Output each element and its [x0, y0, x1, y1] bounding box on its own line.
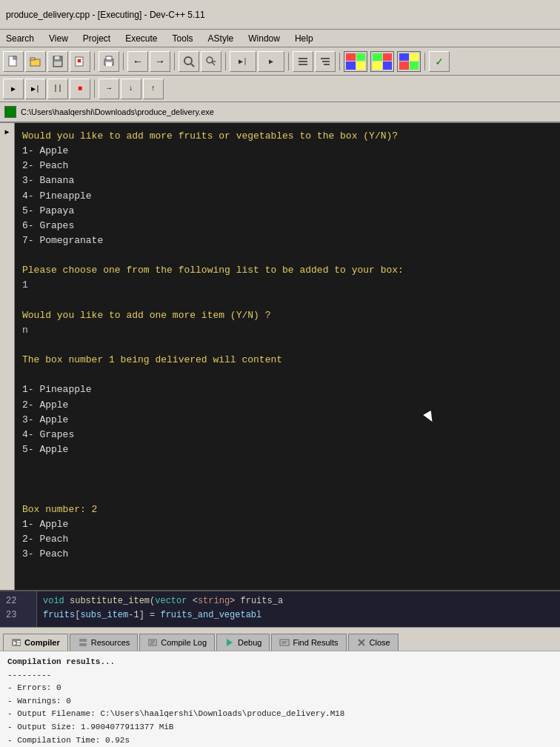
compile-log-tab-label: Compile Log: [161, 638, 207, 647]
tab-resources[interactable]: Resources: [70, 634, 139, 651]
save-btn[interactable]: [47, 51, 68, 72]
terminal-line-24: [22, 487, 553, 502]
menu-project[interactable]: Project: [80, 32, 113, 45]
menu-search[interactable]: Search: [3, 32, 37, 45]
string-keyword: string: [198, 596, 230, 606]
debug-out-btn[interactable]: ↑: [143, 79, 164, 99]
terminal[interactable]: Would you like to add more fruits or veg…: [15, 123, 560, 590]
compiler-out-0: Compilation results...: [7, 656, 553, 669]
run-btn[interactable]: ▶: [258, 51, 284, 72]
menu-view[interactable]: View: [46, 32, 71, 45]
toolbar2-sep-1: [94, 80, 95, 98]
find-btn[interactable]: [179, 51, 199, 72]
address-path: C:\Users\haalqershi\Downloads\produce_de…: [21, 107, 214, 116]
open-btn[interactable]: [25, 51, 46, 72]
terminal-wrapper: ▶ Would you like to add more fruits or v…: [0, 123, 560, 590]
menu-astyle[interactable]: AStyle: [205, 32, 237, 45]
compile-btn[interactable]: ▶|: [230, 51, 256, 72]
terminal-line-26: 1- Apple: [22, 517, 553, 532]
close-file-btn[interactable]: [70, 51, 90, 72]
tab-debug[interactable]: Debug: [216, 634, 270, 651]
toolbar-sep-1: [94, 53, 95, 70]
sidebar-arrow[interactable]: ▶: [4, 127, 9, 136]
terminal-line-27: 2- Peach: [22, 532, 553, 547]
void-keyword: void: [43, 596, 70, 606]
check-btn[interactable]: ✓: [429, 51, 450, 72]
sidebar-strip: ▶: [0, 123, 15, 590]
undo-btn[interactable]: ←: [127, 51, 148, 72]
terminal-line-23: [22, 472, 553, 487]
terminal-line-14: [22, 338, 553, 353]
tab-compiler[interactable]: Compiler: [3, 634, 68, 651]
toolbar-2: ▶ ▶| || ■ → ↓ ↑: [0, 76, 560, 102]
debug-stop-btn[interactable]: ■: [70, 79, 90, 99]
svg-rect-27: [17, 643, 20, 645]
compiler-out-4: - Output Filename: C:\Users\haalqershi\D…: [7, 708, 553, 721]
debug-run-btn[interactable]: ▶: [3, 79, 24, 99]
compiler-out-3: - Warnings: 0: [7, 695, 553, 708]
toolbar-sep-5: [288, 53, 289, 70]
color-btn-3[interactable]: [397, 51, 421, 72]
svg-rect-23: [324, 64, 330, 65]
debug-step-btn[interactable]: ▶|: [25, 79, 46, 99]
print-btn[interactable]: [99, 51, 119, 72]
terminal-line-16: [22, 368, 553, 382]
terminal-line-20: 4- Grapes: [22, 428, 553, 442]
svg-rect-12: [106, 62, 112, 66]
line-num-23: 23: [6, 608, 30, 622]
toolbar-sep-2: [123, 53, 124, 70]
color-btn[interactable]: [344, 51, 367, 72]
terminal-line-9: Please choose one from the following lis…: [22, 263, 553, 278]
menu-tools[interactable]: Tools: [170, 32, 196, 45]
tab-compile-log[interactable]: Compile Log: [139, 634, 215, 651]
title-bar: produce_delivery.cpp - [Executing] - Dev…: [0, 0, 560, 30]
svg-rect-21: [321, 58, 330, 59]
code-content[interactable]: void substitute_item(vector <string> fru…: [37, 591, 560, 627]
terminal-line-11: [22, 293, 553, 308]
terminal-line-1: 1- Apple: [22, 144, 553, 159]
resources-icon: [78, 637, 88, 648]
menu-execute[interactable]: Execute: [122, 32, 160, 45]
compiler-out-2: - Errors: 0: [7, 682, 553, 695]
svg-marker-34: [227, 639, 233, 646]
toolbar-sep-3: [174, 53, 175, 70]
fruits-var: fruits: [43, 610, 75, 620]
new-btn[interactable]: [3, 51, 24, 72]
debug-tab-label: Debug: [238, 638, 261, 647]
menu-help[interactable]: Help: [292, 32, 316, 45]
svg-rect-18: [299, 58, 307, 59]
redo-btn[interactable]: →: [150, 51, 170, 72]
findnext-btn[interactable]: [201, 51, 221, 72]
tab-close[interactable]: Close: [348, 634, 399, 651]
compiler-out-1: ---------: [7, 669, 553, 683]
svg-point-15: [207, 57, 213, 63]
code-line-2: fruits[subs_item-1] = fruits_and_vegetab…: [43, 608, 554, 622]
debug-break-btn[interactable]: ||: [47, 79, 68, 99]
indent2-btn[interactable]: [315, 51, 336, 72]
vector-keyword: vector: [155, 596, 187, 606]
terminal-line-4: 4- Pineapple: [22, 189, 553, 204]
svg-line-16: [212, 62, 215, 65]
line-num-22: 22: [6, 594, 30, 608]
svg-rect-19: [299, 61, 307, 62]
line-numbers: 22 23: [0, 591, 37, 627]
svg-rect-11: [106, 56, 112, 60]
svg-rect-6: [54, 62, 61, 66]
compiler-out-6: - Compilation Time: 0.92s: [7, 734, 553, 747]
terminal-line-2: 2- Peach: [22, 159, 553, 173]
color-btn-2[interactable]: [370, 51, 394, 72]
fn-name: substitute_item: [70, 596, 150, 606]
svg-rect-29: [79, 643, 87, 646]
tab-find-results[interactable]: Find Results: [271, 634, 346, 651]
terminal-line-8: [22, 248, 553, 263]
find-results-tab-label: Find Results: [293, 638, 338, 647]
close-icon: [356, 637, 367, 648]
menu-window[interactable]: Window: [245, 32, 283, 45]
menu-bar: Search View Project Execute Tools AStyle…: [0, 30, 560, 47]
debug-over-btn[interactable]: ↓: [121, 79, 141, 99]
toolbar-sep-4: [225, 53, 226, 70]
compile-log-icon: [147, 637, 158, 648]
indent-btn[interactable]: [293, 51, 313, 72]
svg-rect-28: [79, 639, 87, 642]
debug-step2-btn[interactable]: →: [99, 79, 119, 99]
